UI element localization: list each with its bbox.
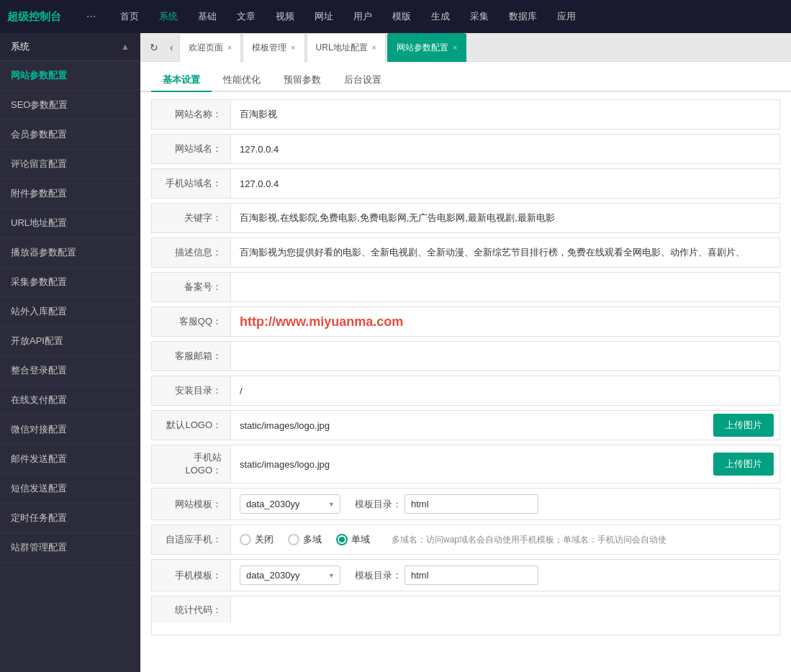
radio-close[interactable]: 关闭	[240, 533, 274, 546]
sidebar-item-member[interactable]: 会员参数配置	[0, 120, 140, 150]
field-mobile-template: 手机模板： data_2030yy 模板目录：	[151, 559, 780, 591]
adaptive-radio-group: 关闭 多域 单域 多域名：访问wap域名会自动使用手机模板；单域名：手机访问会自…	[231, 527, 779, 552]
radio-multidomain[interactable]: 多域	[288, 533, 322, 546]
value-site-domain: 127.0.0.4	[231, 138, 779, 160]
inner-tab-performance[interactable]: 性能优化	[212, 69, 272, 92]
label-description: 描述信息：	[152, 238, 231, 267]
nav-item-url[interactable]: 网址	[304, 0, 343, 33]
sidebar-item-comment[interactable]: 评论留言配置	[0, 150, 140, 179]
sidebar-item-attachment[interactable]: 附件参数配置	[0, 179, 140, 209]
value-mobile-domain: 127.0.0.4	[231, 173, 779, 195]
back-btn[interactable]: ‹	[164, 33, 179, 62]
label-site-name: 网站名称：	[152, 100, 231, 129]
tab-welcome-label: 欢迎页面	[189, 42, 223, 54]
label-site-template: 网站模板：	[152, 489, 231, 519]
page-content: 基本设置 性能优化 预留参数 后台设置 网站名称： 百淘影视 网站域名： 127…	[140, 62, 791, 672]
value-stats-code	[231, 610, 779, 622]
tab-template-mgmt-close[interactable]: ×	[291, 43, 295, 52]
sidebar-item-wechat[interactable]: 微信对接配置	[0, 415, 140, 445]
value-mobile-logo: static/images/logo.jpg	[231, 453, 708, 476]
field-default-logo: 默认LOGO： static/images/logo.jpg 上传图片	[151, 410, 780, 440]
field-site-domain: 网站域名： 127.0.0.4	[151, 134, 780, 164]
nav-item-system[interactable]: 系统	[149, 0, 188, 33]
sidebar-item-sms[interactable]: 短信发送配置	[0, 474, 140, 504]
label-default-logo: 默认LOGO：	[152, 411, 231, 440]
field-mobile-domain: 手机站域名： 127.0.0.4	[151, 168, 780, 199]
nav-item-basic[interactable]: 基础	[188, 0, 227, 33]
radio-singledomain[interactable]: 单域	[336, 533, 370, 546]
sidebar-title: 系统	[11, 40, 30, 53]
label-mobile-logo: 手机站LOGO：	[152, 445, 231, 483]
label-keywords: 关键字：	[152, 204, 231, 232]
sidebar-item-player[interactable]: 播放器参数配置	[0, 238, 140, 268]
sidebar-item-payment[interactable]: 在线支付配置	[0, 386, 140, 415]
template-dir-input[interactable]	[404, 494, 538, 514]
sidebar-item-api[interactable]: 开放API配置	[0, 327, 140, 356]
upload-mobile-logo-btn[interactable]: 上传图片	[713, 453, 774, 476]
upload-logo-btn[interactable]: 上传图片	[713, 414, 774, 437]
inner-tab-reserved[interactable]: 预留参数	[272, 69, 333, 92]
mobile-template-dir-input[interactable]	[404, 566, 538, 585]
sidebar-item-email[interactable]: 邮件发送配置	[0, 445, 140, 474]
sidebar-item-site-params[interactable]: 网站参数配置	[0, 61, 140, 91]
top-nav: 首页 系统 基础 文章 视频 网址 用户 模版 生成 采集 数据库 应用	[110, 0, 586, 33]
tab-welcome[interactable]: 欢迎页面 ×	[179, 33, 241, 62]
value-install-dir: /	[231, 380, 779, 402]
nav-item-app[interactable]: 应用	[547, 0, 586, 33]
mobile-template-select-wrapper: data_2030yy	[240, 566, 340, 585]
form-area: 网站名称： 百淘影视 网站域名： 127.0.0.4 手机站域名： 127.0.…	[140, 92, 791, 647]
sidebar-item-url-config[interactable]: URL地址配置	[0, 209, 140, 238]
tab-url-config-close[interactable]: ×	[372, 43, 376, 52]
tab-site-params[interactable]: 网站参数配置 ×	[387, 33, 466, 62]
tab-url-config[interactable]: URL地址配置 ×	[307, 33, 386, 62]
tabbar: ↻ ‹ 欢迎页面 × 模板管理 × URL地址配置 × 网站参数配置 ×	[140, 33, 791, 62]
radio-multidomain-label: 多域	[303, 533, 322, 546]
mobile-template-select[interactable]: data_2030yy	[240, 566, 340, 585]
inner-tab-basic[interactable]: 基本设置	[151, 69, 212, 92]
layout: 系统 ▲ 网站参数配置 SEO参数配置 会员参数配置 评论留言配置 附件参数配置…	[0, 33, 791, 672]
nav-item-database[interactable]: 数据库	[499, 0, 547, 33]
radio-singledomain-label: 单域	[351, 533, 370, 546]
upload-mobile-logo-action: 上传图片	[708, 453, 779, 476]
field-description: 描述信息： 百淘影视为您提供好看的电影、全新电视剧、全新动漫、全新综艺节目排行榜…	[151, 237, 780, 268]
tab-site-params-close[interactable]: ×	[453, 43, 457, 52]
nav-item-template[interactable]: 模版	[382, 0, 421, 33]
inner-tab-backend[interactable]: 后台设置	[333, 69, 393, 92]
topbar: 超级控制台 ··· 首页 系统 基础 文章 视频 网址 用户 模版 生成 采集 …	[0, 0, 791, 33]
field-icp: 备案号：	[151, 272, 780, 302]
tab-template-mgmt[interactable]: 模板管理 ×	[243, 33, 304, 62]
tab-welcome-close[interactable]: ×	[227, 43, 232, 52]
field-keywords: 关键字： 百淘影视,在线影院,免费电影,免费电影网,无广告电影网,最新电视剧,最…	[151, 203, 780, 233]
sidebar-item-collect-params[interactable]: 采集参数配置	[0, 268, 140, 297]
sidebar-item-cron[interactable]: 定时任务配置	[0, 504, 140, 533]
sidebar-item-seo[interactable]: SEO参数配置	[0, 91, 140, 120]
mobile-template-dir-label: 模板目录：	[355, 569, 402, 582]
nav-item-article[interactable]: 文章	[227, 0, 266, 33]
value-icp	[231, 281, 779, 293]
label-email: 客服邮箱：	[152, 342, 231, 371]
label-icp: 备案号：	[152, 273, 231, 301]
label-install-dir: 安装目录：	[152, 376, 231, 405]
more-menu-btn[interactable]: ···	[86, 10, 96, 23]
field-email: 客服邮箱：	[151, 341, 780, 371]
sidebar-item-external[interactable]: 站外入库配置	[0, 297, 140, 327]
sidebar-item-multisite[interactable]: 站群管理配置	[0, 533, 140, 563]
label-qq: 客服QQ：	[152, 307, 231, 336]
radio-close-label: 关闭	[255, 533, 274, 546]
label-mobile-domain: 手机站域名：	[152, 169, 231, 198]
field-install-dir: 安装目录： /	[151, 376, 780, 406]
template-select[interactable]: data_2030yy	[240, 494, 340, 514]
sidebar-collapse-icon[interactable]: ▲	[121, 42, 130, 52]
inner-tabs: 基本设置 性能优化 预留参数 后台设置	[140, 62, 791, 92]
nav-item-user[interactable]: 用户	[343, 0, 382, 33]
nav-item-collect[interactable]: 采集	[460, 0, 499, 33]
nav-item-video[interactable]: 视频	[266, 0, 304, 33]
sidebar-header: 系统 ▲	[0, 33, 140, 61]
nav-item-home[interactable]: 首页	[110, 0, 149, 33]
sidebar: 系统 ▲ 网站参数配置 SEO参数配置 会员参数配置 评论留言配置 附件参数配置…	[0, 33, 140, 672]
value-keywords: 百淘影视,在线影院,免费电影,免费电影网,无广告电影网,最新电视剧,最新电影	[231, 206, 779, 230]
field-qq: 客服QQ： http://www.miyuanma.com	[151, 307, 780, 337]
refresh-btn[interactable]: ↻	[144, 33, 164, 62]
sidebar-item-login[interactable]: 整合登录配置	[0, 356, 140, 386]
nav-item-generate[interactable]: 生成	[421, 0, 460, 33]
